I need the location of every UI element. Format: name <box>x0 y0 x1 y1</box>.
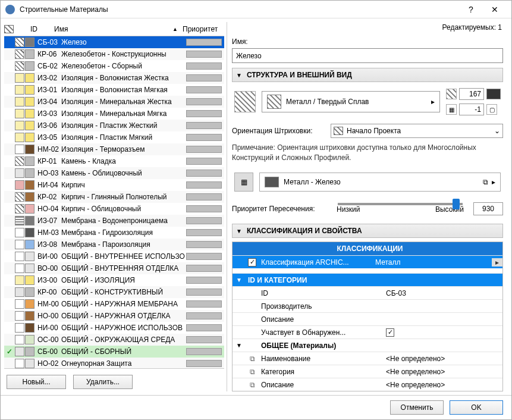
slider-handle[interactable] <box>453 199 460 209</box>
orientation-note: Примечание: Ориентация штриховки доступн… <box>232 143 503 163</box>
item-name: Мембрана - Водонепроницаема <box>59 217 186 225</box>
hatch-swatch <box>15 97 24 106</box>
fg-color-swatch[interactable] <box>486 89 501 99</box>
fill-pattern-icon <box>267 95 281 109</box>
delete-button[interactable]: Удалить... <box>73 375 133 389</box>
item-id: ИЗ-07 <box>35 217 59 225</box>
hatch-swatch <box>15 180 24 190</box>
list-item[interactable]: ИЗ-01Изоляция - Волокнистая Мягкая <box>4 84 224 96</box>
list-item[interactable]: ВИ-00ОБЩИЙ - ВНУТРЕННЕЕ ИСПОЛЬЗО <box>4 250 224 262</box>
window-title: Строительные Материалы <box>20 5 459 14</box>
hatch-swatch <box>15 204 24 214</box>
close-button[interactable]: ✕ <box>483 5 507 14</box>
list-item[interactable]: НИ-00ОБЩИЙ - НАРУЖНОЕ ИСПОЛЬЗОВ <box>4 322 224 334</box>
hatch-filter-icon[interactable] <box>4 25 14 33</box>
hatch-swatch <box>15 168 24 178</box>
section-classification[interactable]: ▼ КЛАССИФИКАЦИЯ И СВОЙСТВА <box>232 224 503 238</box>
list-item[interactable]: НО-00ОБЩИЙ - НАРУЖНАЯ ОТДЕЛКА <box>4 310 224 322</box>
item-priority-bar <box>186 39 222 46</box>
list-item[interactable]: ИЗ-02Изоляция - Волокнистая Жестка <box>4 72 224 84</box>
list-item[interactable]: ИЗ-05Изоляция - Пластик Мягкий <box>4 131 224 143</box>
list-item[interactable]: НИ-04Кирпич <box>4 179 224 191</box>
checkmark-icon: ✓ <box>4 347 15 356</box>
new-button[interactable]: Новый... <box>7 375 66 389</box>
orientation-select[interactable]: Начало Проекта ⌄ <box>331 124 503 138</box>
ok-button[interactable]: OK <box>450 400 503 415</box>
item-priority-bar <box>186 253 222 260</box>
item-name: ОБЩИЙ - НАРУЖНАЯ МЕМБРАНА <box>59 300 186 308</box>
item-id: СБ-02 <box>35 62 59 70</box>
col-id[interactable]: ID <box>28 25 52 33</box>
chevron-right-icon[interactable]: ▸ <box>492 258 502 267</box>
chevron-right-icon: ▸ <box>492 178 495 186</box>
fg-pen-input[interactable] <box>459 88 484 100</box>
priority-slider[interactable] <box>338 203 463 205</box>
help-button[interactable]: ? <box>459 5 483 14</box>
classification-key[interactable]: Классификация ARCHIC... <box>259 258 373 267</box>
list-item[interactable]: ✓СБ-00ОБЩИЙ - СБОРНЫЙ <box>4 346 224 358</box>
hatch-swatch <box>15 323 24 333</box>
item-name: Изоляция - Волокнистая Мягкая <box>59 86 186 94</box>
color-swatch <box>25 133 34 142</box>
bg-pen-input[interactable] <box>459 104 484 115</box>
list-item[interactable]: СБ-03Железо <box>4 36 224 48</box>
hatch-swatch <box>15 85 24 95</box>
name-input[interactable] <box>232 48 503 63</box>
hatch-swatch <box>15 109 24 118</box>
color-swatch <box>25 109 34 118</box>
list-item[interactable]: ИЗ-08Мембрана - Пароизоляция <box>4 239 224 250</box>
hatch-swatch <box>15 192 24 202</box>
detect-checkbox[interactable]: ✓ <box>386 328 394 337</box>
class-checkbox[interactable]: ✓ <box>248 258 256 267</box>
item-name: ОБЩИЙ - ИЗОЛЯЦИЯ <box>59 276 186 284</box>
list-item[interactable]: НО-04Кирпич - Облицовочный <box>4 203 224 215</box>
list-item[interactable]: ИЗ-04Изоляция - Минеральная Жестка <box>4 96 224 108</box>
item-priority-bar <box>186 74 222 82</box>
color-swatch <box>25 299 34 309</box>
list-item[interactable]: НО-03Камень - Облицовочный <box>4 167 224 179</box>
priority-value[interactable]: 930 <box>473 202 503 215</box>
prop-naming-value[interactable]: <Не определено> <box>384 355 502 363</box>
list-item[interactable]: КР-02Кирпич - Глиняный Полнотелый <box>4 191 224 203</box>
list-item[interactable]: КР-06Железобетон - Конструкционны <box>4 48 224 60</box>
priority-label: Приоритет Пересечения: <box>232 205 327 213</box>
collapse-icon[interactable]: ▼ <box>233 342 246 349</box>
col-priority[interactable]: Приоритет <box>180 25 224 33</box>
list-item[interactable]: ИЗ-03Изоляция - Минеральная Мягка <box>4 108 224 120</box>
list-item[interactable]: КР-01Камень - Кладка <box>4 155 224 167</box>
color-swatch <box>25 264 34 273</box>
list-item[interactable]: НМ-02Изоляция - Терморазъем <box>4 143 224 155</box>
col-name[interactable]: Имя▲ <box>52 25 180 33</box>
orientation-icon <box>334 127 343 135</box>
list-item[interactable]: НМ-00ОБЩИЙ - НАРУЖНАЯ МЕМБРАНА <box>4 298 224 310</box>
prop-id-value[interactable]: СБ-03 <box>384 289 502 297</box>
color-swatch <box>25 323 34 333</box>
color-swatch <box>25 275 34 285</box>
item-priority-bar <box>186 241 222 248</box>
browse-icon[interactable]: ⧉ <box>483 178 488 186</box>
item-priority-bar <box>186 217 222 224</box>
color-swatch <box>25 73 34 83</box>
list-item[interactable]: ВО-00ОБЩИЙ - ВНУТРЕННЯЯ ОТДЕЛКА <box>4 262 224 274</box>
list-item[interactable]: КР-00ОБЩИЙ - КОНСТРУКТИВНЫЙ <box>4 286 224 298</box>
screen-icon[interactable]: ▢ <box>486 104 497 115</box>
section-structure[interactable]: ▼ СТРУКТУРА И ВНЕШНИЙ ВИД <box>232 68 503 82</box>
prop-desc2-value[interactable]: <Не определено> <box>384 381 502 389</box>
item-priority-bar <box>186 62 222 70</box>
list-item[interactable]: ИЗ-06Изоляция - Пластик Жесткий <box>4 120 224 131</box>
fill-type-selector[interactable]: Металл / Твердый Сплав ▸ <box>262 91 440 112</box>
list-item[interactable]: НМ-03Мембрана - Гидроизоляция <box>4 227 224 239</box>
list-item[interactable]: НО-02Огнеупорная Защита <box>4 358 224 369</box>
item-name: ОБЩИЙ - НАРУЖНОЕ ИСПОЛЬЗОВ <box>59 324 186 332</box>
list-item[interactable]: СБ-02Железобетон - Сборный <box>4 60 224 72</box>
collapse-icon[interactable]: ▼ <box>233 277 246 283</box>
list-item[interactable]: ИЗ-07Мембрана - Водонепроницаема <box>4 215 224 227</box>
materials-list[interactable]: СБ-03ЖелезоКР-06Железобетон - Конструкци… <box>4 36 224 369</box>
list-item[interactable]: ОС-00ОБЩИЙ - ОКРУЖАЮЩАЯ СРЕДА <box>4 334 224 346</box>
list-item[interactable]: ИЗ-00ОБЩИЙ - ИЗОЛЯЦИЯ <box>4 274 224 286</box>
surface-selector[interactable]: Металл - Железо ⧉▸ <box>259 173 501 192</box>
color-swatch <box>25 252 34 261</box>
cancel-button[interactable]: Отменить <box>390 400 444 415</box>
classification-value[interactable]: Металл <box>373 258 492 267</box>
prop-cat-value[interactable]: <Не определено> <box>384 368 502 376</box>
